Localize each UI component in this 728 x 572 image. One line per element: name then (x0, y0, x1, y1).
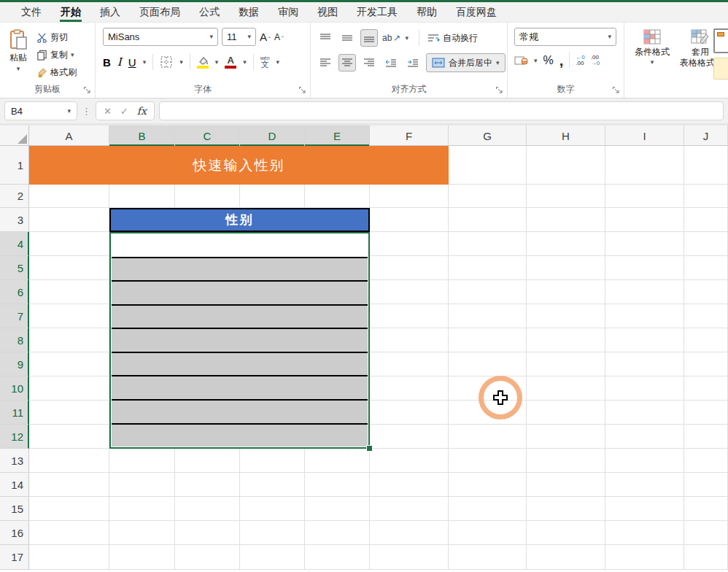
row-header-14[interactable]: 14 (0, 473, 29, 497)
phonetic-guide-button[interactable]: wén 文 (260, 55, 270, 69)
table-row[interactable] (112, 352, 368, 376)
table-row[interactable] (112, 328, 368, 352)
dialog-launcher-icon[interactable] (495, 86, 503, 94)
font-size-combo[interactable]: 11 ▾ (222, 28, 256, 46)
column-header-D[interactable]: D (240, 125, 305, 146)
row-header-11[interactable]: 11 (0, 401, 29, 425)
percent-style-button[interactable]: % (543, 54, 554, 67)
formula-input[interactable] (159, 101, 724, 120)
fill-color-button[interactable] (197, 56, 209, 69)
paste-button[interactable]: 粘贴 ▾ (0, 28, 36, 80)
merge-and-center-button[interactable]: 合并后居中 ▾ (426, 53, 506, 72)
decrease-font-size-button[interactable]: Aˇ (274, 32, 284, 42)
chevron-down-icon[interactable]: ▾ (179, 59, 183, 66)
conditional-formatting-button[interactable]: 条件格式 ▾ (635, 28, 670, 98)
dialog-launcher-icon[interactable] (298, 86, 306, 94)
table-row[interactable] (112, 280, 368, 304)
cells-canvas[interactable]: 快速输入性别 性别 (29, 146, 728, 570)
increase-decimal-button[interactable]: ←0 .00 (576, 55, 584, 66)
menu-tab-开发工具[interactable]: 开发工具 (347, 2, 407, 22)
dialog-launcher-icon[interactable] (83, 86, 91, 94)
fill-handle[interactable] (366, 445, 373, 452)
menu-tab-公式[interactable]: 公式 (190, 2, 229, 22)
menu-tab-页面布局[interactable]: 页面布局 (130, 2, 190, 22)
row-header-8[interactable]: 8 (0, 328, 29, 352)
column-header-C[interactable]: C (175, 125, 240, 146)
column-header-E[interactable]: E (305, 125, 370, 146)
table-row[interactable] (112, 399, 368, 423)
row-header-5[interactable]: 5 (0, 256, 29, 280)
row-header-6[interactable]: 6 (0, 280, 29, 304)
enter-icon[interactable]: ✓ (120, 106, 128, 117)
menu-tab-帮助[interactable]: 帮助 (407, 2, 446, 22)
active-cell-B4[interactable] (112, 234, 368, 257)
cut-button[interactable]: 剪切 (36, 30, 77, 45)
chevron-down-icon[interactable]: ▾ (143, 59, 147, 66)
copy-button[interactable]: 复制 ▾ (36, 47, 77, 62)
chevron-down-icon[interactable]: ▾ (534, 58, 538, 64)
cancel-icon[interactable]: ✕ (104, 106, 112, 117)
chevron-down-icon[interactable]: ▾ (243, 59, 247, 66)
align-top-button[interactable] (317, 29, 334, 47)
dialog-launcher-icon[interactable] (612, 86, 620, 94)
align-bottom-button[interactable] (360, 29, 378, 47)
menu-tab-开始[interactable]: 开始 (51, 2, 90, 22)
wrap-text-button[interactable]: 自动换行 (427, 32, 478, 45)
align-left-button[interactable] (317, 54, 334, 72)
chevron-down-icon[interactable]: ▾ (276, 59, 280, 66)
column-header-B[interactable]: B (109, 125, 175, 146)
column-header-F[interactable]: F (370, 125, 449, 146)
align-right-button[interactable] (360, 54, 378, 72)
comma-style-button[interactable]: , (559, 56, 564, 65)
table-row[interactable] (112, 304, 368, 328)
chevron-down-icon[interactable]: ▾ (215, 59, 219, 66)
accounting-format-button[interactable] (514, 55, 528, 66)
column-header-I[interactable]: I (605, 125, 684, 146)
row-header-4[interactable]: 4 (0, 232, 29, 256)
row-header-13[interactable]: 13 (0, 449, 29, 473)
row-header-10[interactable]: 10 (0, 376, 29, 401)
chevron-down-icon[interactable]: ▾ (405, 35, 408, 42)
decrease-decimal-button[interactable]: .00 →0 (591, 55, 600, 66)
row-header-16[interactable]: 16 (0, 521, 29, 545)
row-header-15[interactable]: 15 (0, 497, 29, 521)
menu-tab-文件[interactable]: 文件 (12, 2, 51, 22)
column-header-J[interactable]: J (684, 125, 728, 146)
table-row[interactable] (112, 375, 368, 399)
row-header-9[interactable]: 9 (0, 352, 29, 376)
align-center-button[interactable] (338, 54, 356, 72)
row-header-2[interactable]: 2 (0, 185, 29, 208)
bold-button[interactable]: B (103, 56, 111, 69)
row-header-3[interactable]: 3 (0, 208, 29, 232)
borders-button[interactable] (160, 55, 173, 69)
align-middle-button[interactable] (338, 29, 356, 47)
menu-tab-百度网盘[interactable]: 百度网盘 (446, 2, 506, 22)
name-box[interactable]: B4 ▾ (4, 101, 77, 120)
number-format-combo[interactable]: 常规 ▾ (514, 28, 616, 46)
row-header-12[interactable]: 12 (0, 425, 29, 449)
column-header-H[interactable]: H (527, 125, 605, 146)
increase-indent-button[interactable] (404, 54, 422, 72)
menu-tab-审阅[interactable]: 审阅 (268, 2, 308, 22)
format-painter-button[interactable]: 格式刷 (36, 65, 77, 80)
italic-button[interactable]: I (117, 55, 122, 69)
decrease-indent-button[interactable] (382, 54, 400, 72)
cell-styles-gallery-partial[interactable] (713, 28, 728, 80)
menu-tab-视图[interactable]: 视图 (308, 2, 347, 22)
select-all-corner[interactable] (0, 125, 29, 146)
row-header-7[interactable]: 7 (0, 304, 29, 328)
menu-tab-数据[interactable]: 数据 (229, 2, 268, 22)
menu-tab-插入[interactable]: 插入 (90, 2, 130, 22)
font-color-button[interactable]: A (225, 55, 236, 69)
banner[interactable]: 快速输入性别 (29, 146, 449, 185)
table-row[interactable] (112, 423, 368, 447)
row-header-1[interactable]: 1 (0, 146, 29, 185)
column-header-G[interactable]: G (449, 125, 527, 146)
increase-font-size-button[interactable]: Aˆ (260, 31, 271, 43)
orientation-button[interactable]: ab ↗ (382, 33, 400, 43)
insert-function-icon[interactable]: fx (137, 105, 147, 117)
table-header-cell[interactable]: 性别 (109, 208, 370, 232)
font-name-combo[interactable]: MiSans ▾ (103, 28, 218, 46)
underline-button[interactable]: U (128, 56, 136, 69)
column-header-A[interactable]: A (29, 125, 109, 146)
